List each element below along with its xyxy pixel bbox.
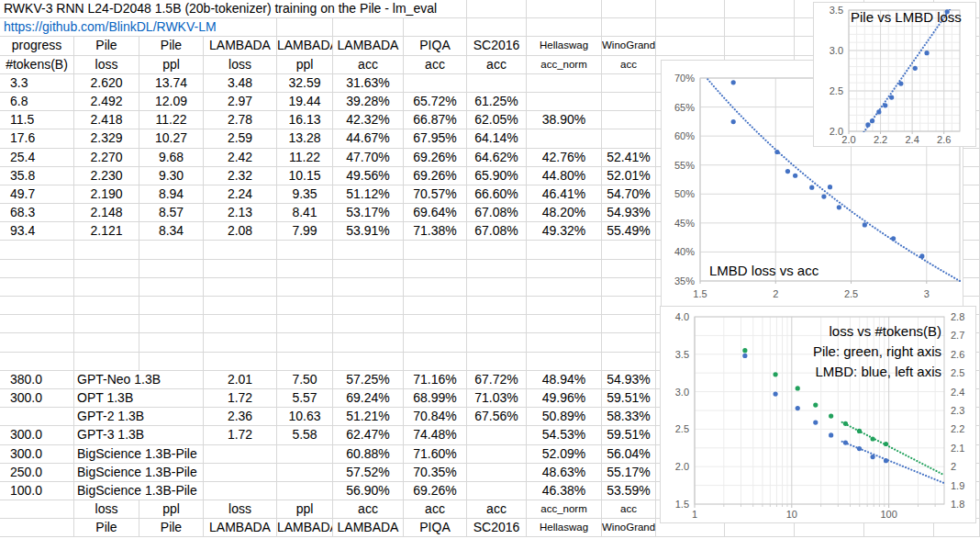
column-header[interactable]: acc: [602, 56, 656, 74]
cell[interactable]: [0, 278, 74, 297]
column-header[interactable]: loss: [204, 56, 277, 74]
cell-metric[interactable]: 61.25%: [467, 93, 527, 111]
cell-metric[interactable]: 51.12%: [333, 185, 404, 204]
cell[interactable]: [725, 18, 795, 37]
cell-metric[interactable]: 44.80%: [527, 167, 602, 185]
cell-metric[interactable]: 32.59: [277, 74, 333, 93]
cell-metric[interactable]: [277, 445, 333, 464]
cell-metric[interactable]: 70.35%: [404, 464, 467, 482]
cell[interactable]: [527, 297, 602, 315]
cell-metric[interactable]: 1.72: [204, 426, 277, 444]
cell[interactable]: [74, 333, 139, 352]
cell-metric[interactable]: 8.41: [277, 204, 333, 222]
cell-metric[interactable]: 69.26%: [404, 149, 467, 167]
cell[interactable]: [204, 241, 277, 259]
cell-metric[interactable]: 11.22: [139, 111, 204, 129]
cell-metric[interactable]: 46.41%: [527, 185, 602, 204]
cell-metric[interactable]: 74.48%: [404, 426, 467, 444]
column-header[interactable]: SC2016: [467, 37, 527, 55]
cell-metric[interactable]: [204, 482, 277, 500]
column-header[interactable]: LAMBADA: [204, 37, 277, 55]
column-header[interactable]: acc_norm: [527, 56, 602, 74]
cell-metric[interactable]: [602, 129, 656, 148]
cell-metric[interactable]: 62.47%: [333, 426, 404, 444]
column-footer[interactable]: LAMBADA: [277, 519, 333, 537]
cell[interactable]: [0, 260, 74, 278]
cell-metric[interactable]: 13.28: [277, 129, 333, 148]
cell-metric[interactable]: [527, 74, 602, 93]
cell[interactable]: [204, 278, 277, 297]
cell-metric[interactable]: 69.26%: [404, 167, 467, 185]
cell-metric[interactable]: 67.95%: [404, 129, 467, 148]
cell[interactable]: [333, 315, 404, 333]
cell-metric[interactable]: 67.08%: [467, 204, 527, 222]
cell[interactable]: [527, 18, 602, 37]
cell-metric[interactable]: 2.08: [204, 222, 277, 241]
cell-metric[interactable]: 57.52%: [333, 464, 404, 482]
cell-progress[interactable]: 6.8: [0, 93, 74, 111]
cell[interactable]: [527, 241, 602, 259]
cell-metric[interactable]: 55.17%: [602, 464, 656, 482]
cell-metric[interactable]: 64.14%: [467, 129, 527, 148]
cell-metric[interactable]: 9.35: [277, 185, 333, 204]
cell[interactable]: [139, 297, 204, 315]
cell-metric[interactable]: 55.49%: [602, 222, 656, 241]
cell-metric[interactable]: 5.57: [277, 389, 333, 408]
cell-metric[interactable]: [602, 111, 656, 129]
cell-metric[interactable]: 71.03%: [467, 389, 527, 408]
cell-metric[interactable]: [527, 129, 602, 148]
cell-metric[interactable]: 70.57%: [404, 185, 467, 204]
cell[interactable]: [467, 241, 527, 259]
cell-metric[interactable]: 10.63: [277, 408, 333, 426]
cell-metric[interactable]: 69.64%: [404, 204, 467, 222]
cell-progress[interactable]: 25.4: [0, 149, 74, 167]
cell[interactable]: [277, 333, 333, 352]
cell[interactable]: [656, 0, 725, 18]
cell-model-name[interactable]: BigScience 1.3B-Pile: [74, 482, 204, 500]
cell-metric[interactable]: 59.51%: [602, 389, 656, 408]
cell-metric[interactable]: 65.90%: [467, 167, 527, 185]
cell-metric[interactable]: 13.74: [139, 74, 204, 93]
cell-metric[interactable]: [467, 74, 527, 93]
cell[interactable]: [527, 333, 602, 352]
cell-metric[interactable]: 1.72: [204, 389, 277, 408]
cell[interactable]: [0, 315, 74, 333]
cell[interactable]: [404, 353, 467, 371]
cell[interactable]: [602, 333, 656, 352]
cell-metric[interactable]: 2.78: [204, 111, 277, 129]
cell-progress[interactable]: 93.4: [0, 222, 74, 241]
cell-metric[interactable]: 52.41%: [602, 149, 656, 167]
column-header[interactable]: loss: [74, 56, 139, 74]
cell[interactable]: [204, 315, 277, 333]
cell[interactable]: [277, 353, 333, 371]
column-footer[interactable]: loss: [74, 500, 139, 519]
cell[interactable]: [467, 353, 527, 371]
cell-metric[interactable]: 2.492: [74, 93, 139, 111]
cell-metric[interactable]: [277, 464, 333, 482]
cell-metric[interactable]: 48.94%: [527, 371, 602, 389]
column-header[interactable]: Pile: [139, 37, 204, 55]
cell-model-name[interactable]: OPT 1.3B: [74, 389, 204, 408]
cell-metric[interactable]: 49.56%: [333, 167, 404, 185]
cell-metric[interactable]: 58.33%: [602, 408, 656, 426]
cell[interactable]: [0, 297, 74, 315]
cell-metric[interactable]: 2.190: [74, 185, 139, 204]
cell-metric[interactable]: [467, 464, 527, 482]
cell[interactable]: [602, 278, 656, 297]
cell-metric[interactable]: 66.60%: [467, 185, 527, 204]
column-footer[interactable]: [0, 500, 74, 519]
cell[interactable]: [467, 297, 527, 315]
column-footer[interactable]: acc: [333, 500, 404, 519]
cell[interactable]: [333, 297, 404, 315]
cell[interactable]: [277, 241, 333, 259]
cell[interactable]: [467, 333, 527, 352]
column-footer[interactable]: SC2016: [467, 519, 527, 537]
cell-metric[interactable]: 57.25%: [333, 371, 404, 389]
cell-metric[interactable]: 62.05%: [467, 111, 527, 129]
cell-progress[interactable]: 3.3: [0, 74, 74, 93]
cell-metric[interactable]: [404, 74, 467, 93]
cell[interactable]: [74, 315, 139, 333]
cell[interactable]: [467, 260, 527, 278]
column-footer[interactable]: LAMBADA: [204, 519, 277, 537]
cell[interactable]: [404, 260, 467, 278]
